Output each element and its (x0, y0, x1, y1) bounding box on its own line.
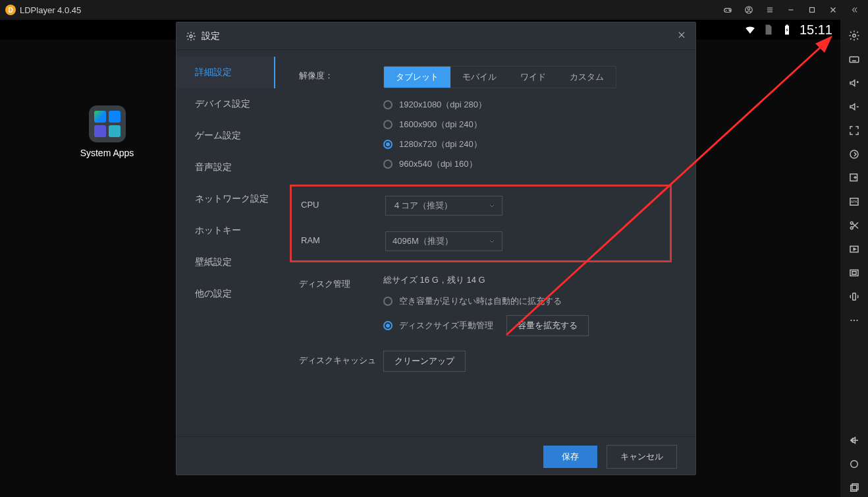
svg-point-44 (851, 461, 858, 468)
screenshot-icon[interactable] (845, 264, 863, 282)
cpu-value: ４コア（推奨） (393, 200, 452, 212)
svg-point-16 (853, 34, 856, 38)
svg-point-6 (747, 8, 750, 11)
nav-audio[interactable]: 音声設定 (176, 152, 275, 183)
cpu-ram-highlight-box: CPU ４コア（推奨） RAM 4096M（推奨） (290, 185, 672, 262)
back-icon[interactable] (845, 431, 863, 450)
svg-point-47 (190, 35, 192, 38)
maximize-button[interactable] (803, 0, 821, 20)
dialog-header: 設定 (176, 22, 695, 50)
svg-rect-39 (853, 293, 856, 301)
svg-point-4 (730, 11, 730, 11)
settings-nav: 詳細設定 デバイス設定 ゲーム設定 音声設定 ネットワーク設定 ホットキー 壁紙… (176, 50, 275, 436)
res-1600[interactable]: 1600x900（dpi 240） (383, 119, 672, 131)
disk-info: 総サイズ 16 G，残り 14 G (383, 274, 672, 286)
svg-line-33 (853, 223, 858, 229)
shake-icon[interactable] (845, 287, 863, 306)
right-sidebar: APK (840, 20, 868, 497)
resolution-label: 解像度： (299, 66, 383, 82)
gamepad-icon[interactable] (719, 0, 736, 20)
cache-cleanup-button[interactable]: クリーンアップ (383, 351, 466, 372)
apk-install-icon[interactable]: APK (845, 192, 863, 211)
chevron-down-icon (489, 238, 495, 245)
svg-point-41 (854, 320, 855, 321)
tab-mobile[interactable]: モバイル (450, 67, 508, 88)
disk-auto-radio[interactable]: 空き容量が足りない時は自動的に拡充する (383, 295, 672, 307)
volume-down-icon[interactable] (845, 98, 863, 116)
sync-icon[interactable] (845, 145, 863, 163)
system-apps-shortcut[interactable]: System Apps (76, 105, 138, 158)
svg-point-25 (850, 150, 858, 158)
app-label: System Apps (76, 148, 138, 158)
dialog-title: 設定 (202, 30, 220, 42)
account-icon[interactable] (740, 0, 757, 20)
res-960[interactable]: 960x540（dpi 160） (383, 158, 672, 170)
battery-charging-icon (781, 24, 793, 36)
nav-hotkey[interactable]: ホットキー (176, 215, 275, 247)
svg-point-40 (850, 320, 852, 321)
settings-gear-icon[interactable] (845, 26, 863, 45)
nav-network[interactable]: ネットワーク設定 (176, 183, 275, 215)
cpu-label: CPU (301, 196, 385, 210)
more-icon[interactable] (845, 311, 863, 330)
nav-device[interactable]: デバイス設定 (176, 88, 275, 120)
fullscreen-icon[interactable] (845, 121, 863, 140)
keyboard-icon[interactable] (845, 50, 863, 69)
res-1920[interactable]: 1920x1080（dpi 280） (383, 99, 672, 111)
ram-select[interactable]: 4096M（推奨） (385, 231, 502, 251)
resolution-mode-tabs: タブレット モバイル ワイド カスタム (383, 66, 616, 88)
nav-wallpaper[interactable]: 壁紙設定 (176, 247, 275, 278)
settings-panel: 解像度： タブレット モバイル ワイド カスタム 1920x1080（dpi 2… (275, 50, 695, 436)
volume-up-icon[interactable] (845, 74, 863, 92)
cancel-button[interactable]: キャンセル (607, 445, 677, 469)
dialog-footer: 保存 キャンセル (176, 436, 695, 476)
svg-rect-38 (852, 272, 856, 275)
svg-rect-11 (810, 8, 815, 13)
disk-manual-radio[interactable]: ディスクサイズ手動管理 容量を拡充する (383, 315, 672, 336)
disk-expand-button[interactable]: 容量を拡充する (506, 315, 589, 336)
svg-rect-37 (850, 270, 858, 276)
svg-text:APK: APK (851, 200, 858, 204)
sim-icon (763, 24, 774, 36)
tab-custom[interactable]: カスタム (558, 67, 616, 88)
svg-rect-15 (786, 25, 788, 26)
chevron-down-icon (489, 202, 495, 209)
nav-other[interactable]: 他の設定 (176, 278, 275, 310)
titlebar: D LDPlayer 4.0.45 (0, 0, 868, 20)
svg-point-3 (729, 10, 730, 11)
gear-icon (186, 31, 196, 42)
tab-tablet[interactable]: タブレット (384, 67, 450, 88)
disk-label: ディスク管理 (299, 274, 383, 290)
res-1280[interactable]: 1280x720（dpi 240） (383, 138, 672, 150)
cpu-select[interactable]: ４コア（推奨） (385, 196, 502, 216)
minimize-button[interactable] (782, 0, 800, 20)
folder-icon (89, 105, 126, 142)
wifi-icon (744, 24, 756, 36)
home-icon[interactable] (845, 455, 863, 473)
nav-game[interactable]: ゲーム設定 (176, 120, 275, 152)
svg-rect-17 (850, 57, 859, 62)
multi-instance-icon[interactable] (845, 169, 863, 187)
tab-wide[interactable]: ワイド (508, 67, 558, 88)
svg-rect-45 (851, 485, 857, 491)
svg-point-42 (856, 320, 857, 321)
collapse-sidebar-icon[interactable] (846, 0, 863, 20)
ram-value: 4096M（推奨） (393, 235, 453, 247)
recents-icon[interactable] (845, 479, 863, 497)
scissors-icon[interactable] (845, 216, 863, 235)
close-button[interactable] (825, 0, 842, 20)
svg-line-34 (853, 223, 858, 228)
app-title: LDPlayer 4.0.45 (20, 5, 81, 15)
save-button[interactable]: 保存 (543, 446, 597, 468)
dialog-close-button[interactable] (677, 30, 686, 42)
settings-dialog: 設定 詳細設定 デバイス設定 ゲーム設定 音声設定 ネットワーク設定 ホットキー… (176, 22, 696, 475)
nav-advanced[interactable]: 詳細設定 (176, 57, 275, 88)
menu-icon[interactable] (761, 0, 778, 20)
record-icon[interactable] (845, 240, 863, 258)
svg-marker-36 (854, 248, 855, 250)
cache-label: ディスクキャッシュ (299, 351, 383, 366)
app-logo-icon: D (5, 5, 16, 15)
ram-label: RAM (301, 231, 385, 245)
svg-rect-46 (852, 484, 858, 490)
status-time: 15:11 (800, 22, 832, 38)
